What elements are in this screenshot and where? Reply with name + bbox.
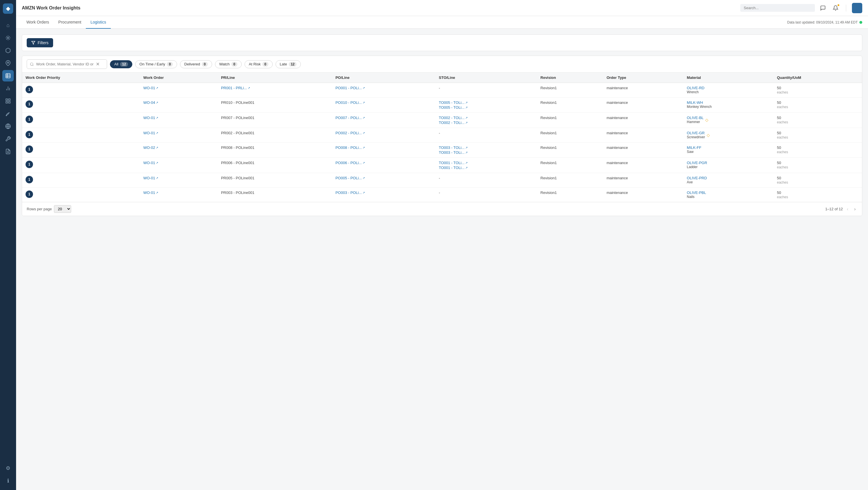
sto-link[interactable]: TO002 - TOLi... ↗ xyxy=(439,121,534,125)
cell-sto-line: TO002 - TOLi... ↗TO002 - TOLi... ↗ xyxy=(435,113,537,128)
po-line-link[interactable]: PO002 - POLi... ↗ xyxy=(336,131,432,135)
cell-order-type: maintenance xyxy=(603,128,683,142)
filters-button[interactable]: Filters xyxy=(27,38,53,47)
cell-revision: Revision1 xyxy=(537,173,603,188)
material-code-link[interactable]: OLIVE-PGR xyxy=(687,161,707,165)
cell-revision: Revision1 xyxy=(537,113,603,128)
cell-order-type: maintenance xyxy=(603,98,683,113)
filter-chip-all[interactable]: All 12 xyxy=(110,60,132,68)
svg-rect-9 xyxy=(6,102,8,103)
filter-chip-at-risk[interactable]: At Risk 0 xyxy=(245,60,273,68)
sto-link[interactable]: TO001 - TOLi... ↗ xyxy=(439,161,534,165)
sto-link[interactable]: TO005 - TOLi... ↗ xyxy=(439,105,534,109)
priority-badge: 1 xyxy=(26,116,33,123)
user-avatar[interactable] xyxy=(852,3,862,13)
prev-page-button[interactable]: ‹ xyxy=(845,206,850,212)
cell-quantity: 50eaches xyxy=(774,113,862,128)
filter-chip-late[interactable]: Late 12 xyxy=(276,60,301,68)
search-clear-button[interactable]: ✕ xyxy=(96,61,100,67)
work-order-link[interactable]: WO-01 ↗ xyxy=(143,161,214,165)
material-code-link[interactable]: MILK-WH xyxy=(687,100,712,105)
cell-pr-line: PR005 - POLine001 xyxy=(218,173,332,188)
tab-work-orders[interactable]: Work Orders xyxy=(22,16,54,29)
sto-link[interactable]: TO001 - TOLi... ↗ xyxy=(439,166,534,170)
sidebar-item-globe[interactable] xyxy=(2,121,14,132)
filter-chip-watch[interactable]: Watch 0 xyxy=(215,60,242,68)
sidebar-item-leaf[interactable] xyxy=(2,108,14,119)
svg-rect-6 xyxy=(6,99,8,101)
cell-work-order: WO-01 ↗ xyxy=(140,83,218,98)
material-code-link[interactable]: OLIVE-PRD xyxy=(687,176,707,180)
po-line-link[interactable]: PO008 - POLi... ↗ xyxy=(336,145,432,150)
sidebar-item-plugin[interactable] xyxy=(2,133,14,144)
tab-procurement[interactable]: Procurement xyxy=(54,16,86,29)
material-code-link[interactable]: OLIVE-BL xyxy=(687,116,704,120)
next-page-button[interactable]: › xyxy=(852,206,857,212)
work-order-link[interactable]: WO-01 ↗ xyxy=(143,86,214,90)
quantity-value: 50 xyxy=(777,86,781,90)
rows-per-page-select[interactable]: 20 50 100 xyxy=(54,205,71,213)
sidebar: ◆ ⌂ ⚙ ℹ xyxy=(0,0,16,490)
po-line-link[interactable]: PO006 - POLi... ↗ xyxy=(336,161,432,165)
material-code-link[interactable]: MILK-FF xyxy=(687,145,702,150)
svg-marker-14 xyxy=(32,41,35,44)
sto-link[interactable]: TO003 - TOLi... ↗ xyxy=(439,145,534,150)
pr-line-link[interactable]: PR001 - PRLi... ↗ xyxy=(221,86,329,90)
work-order-link[interactable]: WO-04 ↗ xyxy=(143,100,214,105)
cell-material: OLIVE-BL Hammer ◇ xyxy=(683,113,774,128)
sidebar-item-location[interactable] xyxy=(2,57,14,69)
page-info: 1–12 of 12 ‹ › xyxy=(825,206,857,212)
tabbar: Work Orders Procurement Logistics Data l… xyxy=(16,16,868,29)
quantity-value: 50 xyxy=(777,145,781,150)
sidebar-item-table[interactable] xyxy=(2,70,14,81)
external-link-icon: ↗ xyxy=(248,86,250,90)
filter-chip-delivered[interactable]: Delivered 0 xyxy=(180,60,212,68)
svg-rect-7 xyxy=(9,99,10,101)
work-order-link[interactable]: WO-01 ↗ xyxy=(143,131,214,135)
filter-chip-on-time-early[interactable]: On Time / Early 0 xyxy=(135,60,177,68)
po-line-link[interactable]: PO007 - POLi... ↗ xyxy=(336,116,432,120)
cell-pr-line: PR001 - PRLi... ↗ xyxy=(218,83,332,98)
cell-priority: 1 xyxy=(22,113,140,128)
sto-link[interactable]: TO002 - TOLi... ↗ xyxy=(439,116,534,120)
sidebar-item-home[interactable]: ⌂ xyxy=(2,20,14,31)
svg-line-16 xyxy=(33,65,34,66)
work-order-link[interactable]: WO-02 ↗ xyxy=(143,145,214,150)
priority-badge: 1 xyxy=(26,191,33,198)
material-name: Nails xyxy=(687,195,706,199)
tab-logistics[interactable]: Logistics xyxy=(86,16,111,29)
sto-links: TO005 - TOLi... ↗TO005 - TOLi... ↗ xyxy=(439,100,534,109)
material-code-link[interactable]: OLIVE-GR xyxy=(687,131,705,135)
sidebar-item-box[interactable] xyxy=(2,45,14,56)
table-row: 1WO-01 ↗PR002 - POLine001PO002 - POLi...… xyxy=(22,128,862,142)
col-work-order: Work Order xyxy=(140,73,218,83)
sidebar-item-info[interactable]: ℹ xyxy=(2,475,14,487)
external-link-icon: ↗ xyxy=(465,151,468,154)
cell-work-order: WO-01 ↗ xyxy=(140,188,218,202)
cell-sto-line: - xyxy=(435,128,537,142)
sto-link[interactable]: TO003 - TOLi... ↗ xyxy=(439,150,534,155)
col-po-line: PO/Line xyxy=(332,73,435,83)
bell-icon[interactable] xyxy=(831,3,840,12)
topnav-search-input[interactable] xyxy=(740,4,815,12)
topnav: AMZN Work Order Insights xyxy=(16,0,868,16)
sidebar-item-analytics[interactable] xyxy=(2,32,14,43)
po-line-link[interactable]: PO010 - POLi... ↗ xyxy=(336,100,432,105)
po-line-link[interactable]: PO003 - POLi... ↗ xyxy=(336,191,432,195)
sto-link[interactable]: TO005 - TOLi... ↗ xyxy=(439,100,534,105)
app-logo[interactable]: ◆ xyxy=(3,3,13,14)
po-line-link[interactable]: PO001 - POLi... ↗ xyxy=(336,86,432,90)
cell-material: OLIVE-GR Screwdriver ◇ xyxy=(683,128,774,142)
sidebar-item-chart[interactable] xyxy=(2,83,14,94)
work-order-link[interactable]: WO-01 ↗ xyxy=(143,191,214,195)
sidebar-item-report[interactable] xyxy=(2,146,14,157)
work-order-link[interactable]: WO-01 ↗ xyxy=(143,116,214,120)
chat-icon[interactable] xyxy=(818,3,828,12)
material-code-link[interactable]: OLIVE-RD xyxy=(687,86,704,90)
po-line-link[interactable]: PO005 - POLi... ↗ xyxy=(336,176,432,180)
material-code-link[interactable]: OLIVE-PBL xyxy=(687,191,706,195)
sidebar-item-grid[interactable] xyxy=(2,95,14,107)
work-order-link[interactable]: WO-01 ↗ xyxy=(143,176,214,180)
sidebar-item-settings[interactable]: ⚙ xyxy=(2,462,14,474)
search-input[interactable] xyxy=(36,62,94,66)
